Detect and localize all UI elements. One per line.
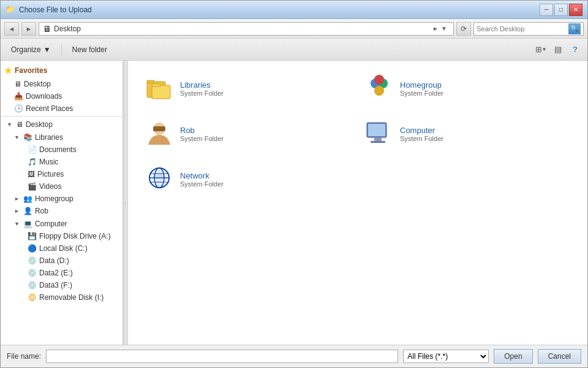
- filename-label: File name:: [7, 352, 41, 361]
- floppy-label: Floppy Disk Drive (A:): [39, 232, 111, 240]
- sidebar-item-recentplaces[interactable]: 🕒 Recent Places: [1, 102, 123, 115]
- refresh-button[interactable]: ⟳: [456, 22, 471, 36]
- filename-input[interactable]: [46, 350, 398, 363]
- homegroup-icon: 👥: [23, 194, 32, 203]
- filetype-select[interactable]: All Files (*.*): [403, 350, 489, 363]
- folder-item-computer[interactable]: Computer System Folder: [358, 113, 578, 154]
- svg-rect-9: [153, 126, 165, 131]
- homegroup-name: Homegroup: [400, 80, 443, 90]
- svg-point-7: [374, 86, 384, 96]
- svg-point-6: [374, 75, 384, 85]
- sidebar-item-music[interactable]: 🎵 Music: [1, 156, 123, 168]
- organize-arrow-icon: ▼: [43, 45, 51, 54]
- network-large-icon: [145, 164, 174, 194]
- svg-rect-11: [368, 124, 385, 136]
- datae-label: Data2 (E:): [39, 269, 73, 277]
- homegroup-chevron: ►: [14, 196, 20, 202]
- help-icon: ?: [573, 45, 578, 54]
- sidebar-item-documents[interactable]: 📄 Documents: [1, 144, 123, 156]
- videos-label: Videos: [39, 182, 61, 191]
- sidebar-item-datad[interactable]: 💿 Data (D:): [1, 255, 123, 267]
- sidebar-item-homegroup[interactable]: ► 👥 Homegroup: [1, 193, 123, 205]
- removable-label: Removable Disk (I:): [39, 293, 104, 302]
- datad-label: Data (D:): [39, 256, 69, 265]
- open-button[interactable]: Open: [494, 349, 532, 364]
- pane-icon: ▤: [554, 45, 562, 54]
- music-label: Music: [39, 158, 58, 166]
- sidebar-item-removable[interactable]: 📀 Removable Disk (I:): [1, 291, 123, 304]
- sidebar-item-recentplaces-label: Recent Places: [26, 104, 73, 113]
- folder-grid: Libraries System Folder: [138, 68, 578, 199]
- computer-icon: 💻: [23, 220, 32, 228]
- pane-button[interactable]: ▤: [551, 42, 565, 57]
- pictures-label: Pictures: [37, 170, 64, 178]
- desktop-expand-icon: ▼: [7, 121, 12, 128]
- svg-rect-13: [371, 141, 385, 143]
- view-button[interactable]: ⊞ ▼: [533, 42, 548, 57]
- sidebar-item-datae[interactable]: 💿 Data2 (E:): [1, 267, 123, 279]
- address-box[interactable]: 🖥 Desktop ► ▼: [39, 22, 454, 36]
- videos-icon: 🎬: [28, 182, 37, 191]
- svg-rect-12: [374, 137, 382, 141]
- forward-button[interactable]: ►: [21, 22, 36, 36]
- rob-icon: 👤: [23, 207, 32, 215]
- titlebar-icon: 📁: [6, 5, 15, 15]
- folder-item-libraries[interactable]: Libraries System Folder: [138, 68, 358, 109]
- bottom-bar: File name: All Files (*.*) Open Cancel: [1, 345, 587, 367]
- back-button[interactable]: ◄: [4, 22, 19, 36]
- pictures-icon: 🖼: [28, 170, 35, 178]
- sidebar-item-computer[interactable]: ▼ 💻 Computer: [1, 217, 123, 230]
- sidebar-item-downloads[interactable]: 📥 Downloads: [1, 90, 123, 102]
- cancel-button[interactable]: Cancel: [538, 349, 581, 364]
- minimize-button[interactable]: ─: [540, 4, 553, 16]
- floppy-icon: 💾: [28, 232, 37, 240]
- sidebar-item-desktop[interactable]: 🖥 Desktop: [1, 78, 123, 90]
- search-button[interactable]: 🔍: [568, 23, 581, 34]
- new-folder-button[interactable]: New folder: [67, 42, 113, 57]
- search-input[interactable]: [477, 25, 567, 33]
- maximize-button[interactable]: □: [554, 4, 568, 16]
- toolbar-separator: [61, 44, 62, 56]
- favorites-header[interactable]: ★ Favorites: [1, 63, 123, 78]
- rob-label: Rob: [35, 207, 48, 215]
- libraries-expand-icon: ▼: [14, 134, 20, 140]
- toolbar: Organize ▼ New folder ⊞ ▼ ▤ ?: [1, 39, 587, 61]
- folder-item-homegroup[interactable]: Homegroup System Folder: [358, 68, 578, 109]
- sidebar-item-videos[interactable]: 🎬 Videos: [1, 180, 123, 193]
- rob-info: Rob System Folder: [180, 126, 224, 142]
- music-icon: 🎵: [28, 158, 37, 166]
- libraries-name: Libraries: [180, 80, 224, 90]
- sidebar-item-libraries[interactable]: ▼ 📚 Libraries: [1, 131, 123, 144]
- resize-handle[interactable]: · · ·: [123, 61, 128, 345]
- sidebar-item-pictures[interactable]: 🖼 Pictures: [1, 168, 123, 180]
- folder-item-network[interactable]: Network System Folder: [138, 159, 358, 199]
- rob-type: System Folder: [180, 135, 224, 142]
- sidebar-item-dataf[interactable]: 💿 Data3 (F:): [1, 279, 123, 291]
- organize-button[interactable]: Organize ▼: [6, 42, 56, 57]
- new-folder-label: New folder: [72, 45, 107, 54]
- sidebar-item-floppy[interactable]: 💾 Floppy Disk Drive (A:): [1, 230, 123, 242]
- search-box: 🔍: [473, 22, 584, 36]
- sidebar-item-desktop-tree[interactable]: ▼ 🖥 Desktop: [1, 118, 123, 131]
- svg-rect-3: [152, 84, 160, 86]
- libraries-icon: 📚: [23, 133, 32, 142]
- dataf-icon: 💿: [28, 281, 37, 289]
- address-text: Desktop: [54, 25, 430, 33]
- star-icon: ★: [4, 66, 12, 75]
- sidebar-item-localdisk[interactable]: 🔵 Local Disk (C:): [1, 242, 123, 255]
- address-dropdown-icon[interactable]: ▼: [441, 25, 450, 32]
- recentplaces-icon: 🕒: [14, 104, 23, 113]
- libraries-info: Libraries System Folder: [180, 80, 224, 97]
- addressbar: ◄ ► 🖥 Desktop ► ▼ ⟳ 🔍: [1, 19, 587, 39]
- libraries-label: Libraries: [35, 133, 63, 142]
- removable-icon: 📀: [28, 293, 37, 302]
- close-button[interactable]: ✕: [569, 4, 582, 16]
- folder-item-rob[interactable]: Rob System Folder: [138, 113, 358, 154]
- help-button[interactable]: ?: [568, 42, 582, 57]
- sidebar-item-rob[interactable]: ► 👤 Rob: [1, 205, 123, 217]
- view-arrow-icon: ▼: [542, 47, 547, 52]
- libraries-large-icon: [145, 74, 174, 103]
- homegroup-type: System Folder: [400, 90, 443, 97]
- file-upload-dialog: 📁 Choose File to Upload ─ □ ✕ ◄ ► 🖥 Desk…: [0, 0, 588, 368]
- rob-large-icon: [145, 119, 174, 148]
